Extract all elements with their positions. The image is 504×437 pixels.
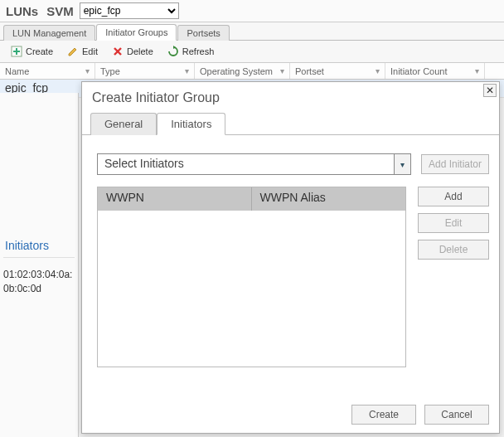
- pencil-icon: [67, 46, 79, 57]
- select-row: Select Initiators ▾ Add Initiator: [97, 153, 489, 175]
- x-icon: [112, 46, 124, 57]
- col-label: Operating System: [200, 66, 273, 76]
- col-portset-header[interactable]: Portset▾: [290, 63, 385, 79]
- col-label: Name: [5, 66, 29, 76]
- edit-label: Edit: [82, 46, 98, 56]
- refresh-button[interactable]: Refresh: [162, 43, 220, 60]
- toolbar: Create Edit Delete Refresh: [0, 41, 504, 63]
- luns-label: LUNs: [5, 3, 39, 19]
- top-bar: LUNs SVM epic_fcp: [0, 0, 504, 22]
- svm-select[interactable]: epic_fcp: [80, 2, 179, 19]
- initiators-panel: Initiators 01:02:03:04:0a:0b:0c:0d: [0, 93, 79, 437]
- svm-label: SVM: [46, 3, 75, 19]
- chevron-down-icon[interactable]: ▾: [394, 154, 410, 174]
- tab-initiators[interactable]: Initiators: [157, 113, 225, 135]
- tab-label: Initiator Groups: [105, 27, 167, 37]
- delete-button[interactable]: Delete: [106, 43, 159, 60]
- tab-initiator-groups[interactable]: Initiator Groups: [96, 24, 177, 41]
- initiator-item[interactable]: 01:02:03:04:0a:0b:0c:0d: [3, 258, 75, 296]
- col-label: Type: [100, 66, 120, 76]
- side-buttons: Add Edit Delete: [418, 187, 489, 367]
- add-button[interactable]: Add: [418, 187, 489, 206]
- col-name-header[interactable]: Name▾: [0, 63, 95, 79]
- wwpn-table: WWPN WWPN Alias: [97, 187, 406, 367]
- col-os-header[interactable]: Operating System▾: [195, 63, 290, 79]
- col-label: Portset: [295, 66, 324, 76]
- edit-button[interactable]: Edit: [61, 43, 104, 60]
- wwpn-table-body: [98, 211, 405, 367]
- plus-icon: [11, 46, 22, 57]
- filter-icon[interactable]: ▾: [280, 66, 284, 75]
- dialog-title: Create Initiator Group: [82, 82, 499, 112]
- edit-row-button[interactable]: Edit: [418, 213, 489, 233]
- tab-label: Initiators: [171, 118, 211, 130]
- create-initiator-dialog: ✕ Create Initiator Group General Initiat…: [81, 81, 500, 434]
- create-label: Create: [26, 46, 53, 56]
- create-button[interactable]: Create: [5, 43, 59, 60]
- col-label: Initiator Count: [390, 66, 447, 76]
- wwpn-table-header: WWPN WWPN Alias: [98, 187, 405, 211]
- inner-body: WWPN WWPN Alias Add Edit Delete: [97, 187, 489, 367]
- select-initiators-combo[interactable]: Select Initiators ▾: [97, 153, 411, 175]
- delete-row-button[interactable]: Delete: [418, 240, 489, 260]
- col-initcount-header[interactable]: Initiator Count▾: [385, 63, 485, 79]
- initiators-panel-title: Initiators: [3, 235, 75, 258]
- dialog-footer: Create Cancel: [351, 405, 489, 425]
- delete-label: Delete: [127, 46, 153, 56]
- tab-label: Portsets: [187, 28, 220, 38]
- filter-icon[interactable]: ▾: [475, 66, 479, 75]
- create-dialog-button[interactable]: Create: [351, 405, 416, 425]
- tab-portsets[interactable]: Portsets: [177, 25, 229, 41]
- close-icon: ✕: [486, 85, 494, 96]
- tab-lun-management[interactable]: LUN Management: [3, 25, 95, 41]
- main-tabs: LUN Management Initiator Groups Portsets: [0, 22, 504, 41]
- col-type-header[interactable]: Type▾: [95, 63, 195, 79]
- tab-general[interactable]: General: [90, 113, 157, 135]
- add-initiator-button[interactable]: Add Initiator: [421, 154, 489, 174]
- grid-header: Name▾ Type▾ Operating System▾ Portset▾ I…: [0, 63, 504, 80]
- col-wwpn-alias[interactable]: WWPN Alias: [252, 187, 406, 211]
- refresh-icon: [167, 46, 179, 57]
- combo-text: Select Initiators: [98, 154, 394, 174]
- filter-icon[interactable]: ▾: [376, 66, 380, 75]
- tab-label: LUN Management: [12, 28, 86, 38]
- cancel-button[interactable]: Cancel: [424, 405, 489, 425]
- close-button[interactable]: ✕: [483, 84, 497, 97]
- filter-icon[interactable]: ▾: [185, 66, 189, 75]
- dialog-body: Select Initiators ▾ Add Initiator WWPN W…: [82, 135, 499, 376]
- col-wwpn[interactable]: WWPN: [98, 187, 252, 211]
- filter-icon[interactable]: ▾: [85, 66, 90, 75]
- dialog-tabs: General Initiators: [82, 112, 499, 135]
- tab-label: General: [104, 118, 143, 130]
- refresh-label: Refresh: [182, 46, 215, 56]
